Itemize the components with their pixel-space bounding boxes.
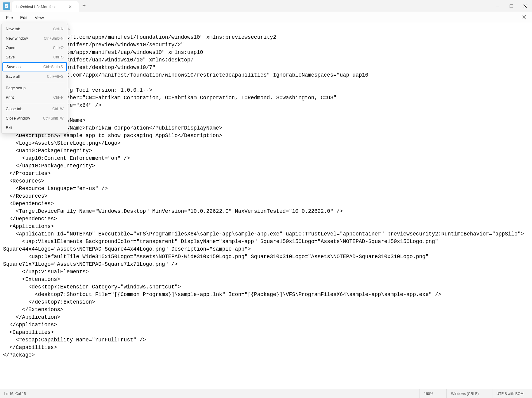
- menu-label: Save: [6, 55, 15, 59]
- menubar: File Edit View: [0, 12, 532, 23]
- close-tab-icon[interactable]: ✕: [68, 4, 73, 9]
- svg-rect-0: [5, 4, 8, 8]
- menu-shortcut: Ctrl+Shift+W: [43, 116, 64, 120]
- menu-label: Save all: [6, 74, 20, 79]
- menu-new-tab[interactable]: New tab Ctrl+N: [2, 24, 68, 34]
- new-tab-button[interactable]: +: [79, 0, 90, 12]
- menu-file[interactable]: File: [2, 13, 17, 22]
- menu-close-tab[interactable]: Close tab Ctrl+W: [2, 104, 68, 113]
- menu-shortcut: Ctrl+W: [52, 107, 64, 111]
- svg-rect-5: [510, 5, 513, 8]
- status-position: Ln 16, Col 15: [4, 392, 410, 396]
- gear-icon: [522, 15, 527, 19]
- menu-shortcut: Ctrl+O: [53, 46, 64, 50]
- close-window-button[interactable]: [518, 0, 532, 12]
- menu-label: Close tab: [6, 107, 22, 111]
- menu-exit[interactable]: Exit: [2, 123, 68, 132]
- file-menu-dropdown: New tab Ctrl+N New window Ctrl+Shift+N O…: [1, 23, 68, 134]
- menu-label: Open: [6, 45, 15, 50]
- menu-label: Close window: [6, 116, 30, 120]
- menu-close-window[interactable]: Close window Ctrl+Shift+W: [2, 113, 68, 123]
- menu-shortcut: Ctrl+N: [53, 27, 64, 31]
- menu-save-as[interactable]: Save as Ctrl+Shift+S: [2, 62, 67, 71]
- menu-print[interactable]: Print Ctrl+P: [2, 93, 68, 102]
- statusbar: Ln 16, Col 15 160% Windows (CRLF) UTF-8 …: [0, 389, 532, 398]
- menu-new-window[interactable]: New window Ctrl+Shift+N: [2, 34, 68, 43]
- maximize-button[interactable]: [504, 0, 518, 12]
- menu-open[interactable]: Open Ctrl+O: [2, 43, 68, 52]
- menu-label: Exit: [6, 125, 12, 130]
- menu-shortcut: Ctrl+Shift+N: [44, 36, 64, 41]
- app-icon: [3, 2, 10, 10]
- menu-shortcut: Ctrl+Alt+S: [47, 74, 64, 79]
- menu-label: Page setup: [6, 86, 26, 90]
- status-zoom[interactable]: 160%: [419, 389, 438, 398]
- menu-separator: [4, 103, 65, 103]
- menu-edit[interactable]: Edit: [17, 13, 31, 22]
- editor-area[interactable]: 0" encoding="utf-8"?> ttp://schemas.micr…: [0, 23, 532, 362]
- menu-label: Save as: [6, 64, 21, 69]
- menu-save-all[interactable]: Save all Ctrl+Alt+S: [2, 72, 68, 81]
- menu-save[interactable]: Save Ctrl+S: [2, 52, 68, 62]
- tab-title: bu2xbkv4.b3r.Manifest: [16, 5, 56, 9]
- menu-label: New tab: [6, 27, 20, 31]
- active-tab[interactable]: bu2xbkv4.b3r.Manifest ✕: [12, 1, 79, 12]
- window-controls: [490, 0, 532, 12]
- status-encoding: UTF-8 with BOM: [492, 389, 528, 398]
- titlebar: bu2xbkv4.b3r.Manifest ✕ +: [0, 0, 532, 12]
- svg-point-8: [524, 16, 525, 18]
- menu-shortcut: Ctrl+S: [53, 55, 64, 59]
- status-line-ending: Windows (CRLF): [446, 389, 483, 398]
- menu-label: Print: [6, 95, 14, 100]
- menu-shortcut: Ctrl+Shift+S: [43, 65, 63, 69]
- menu-label: New window: [6, 36, 28, 41]
- code-content[interactable]: 0" encoding="utf-8"?> ttp://schemas.micr…: [3, 26, 529, 359]
- menu-view[interactable]: View: [31, 13, 47, 22]
- menu-page-setup[interactable]: Page setup: [2, 83, 68, 93]
- menu-shortcut: Ctrl+P: [53, 95, 64, 100]
- minimize-button[interactable]: [490, 0, 504, 12]
- menu-separator: [4, 82, 65, 82]
- settings-button[interactable]: [519, 13, 530, 22]
